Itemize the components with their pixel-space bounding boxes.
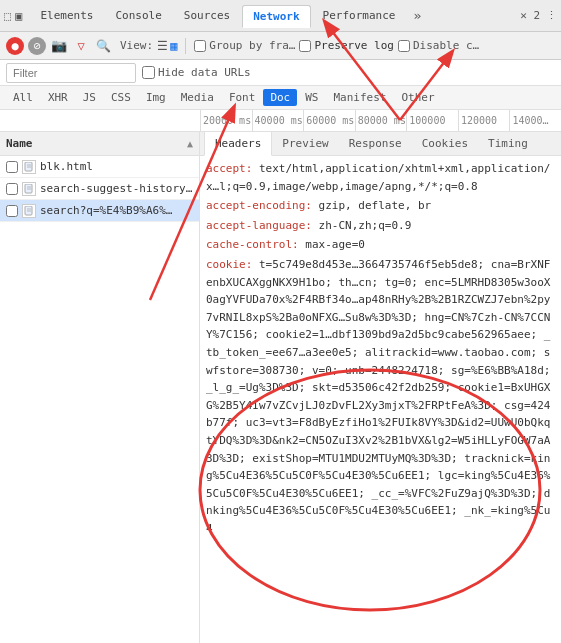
devtools-tab-bar: ⬚ ▣ Elements Console Sources Network Per… (0, 0, 561, 32)
file-icon (22, 182, 36, 196)
toolbar-separator (185, 38, 186, 54)
timeline-tick: 60000 ms (303, 110, 355, 132)
type-tab-css[interactable]: CSS (104, 89, 138, 106)
file-name: search-suggest-history-ifr… (40, 182, 193, 195)
view-label: View: (120, 39, 153, 52)
group-by-frame-label: Group by fra… (209, 39, 295, 52)
header-value: t=5c749e8d453e…3664735746f5eb5de8; cna=B… (206, 258, 550, 535)
timeline-tick: 120000 ms (458, 110, 510, 132)
detail-tab-headers[interactable]: Headers (204, 132, 272, 156)
file-checkbox[interactable] (6, 161, 18, 173)
header-entry: cookie: t=5c749e8d453e…3664735746f5eb5de… (206, 256, 555, 538)
devtools-window-icons: ⬚ ▣ (4, 9, 22, 23)
svg-rect-6 (25, 206, 32, 215)
type-tab-js[interactable]: JS (76, 89, 103, 106)
detail-tabs: HeadersPreviewResponseCookiesTiming (200, 132, 561, 156)
type-tab-other[interactable]: Other (394, 89, 441, 106)
hide-data-urls-checkbox[interactable]: Hide data URLs (142, 66, 251, 79)
file-checkbox[interactable] (6, 183, 18, 195)
header-key: accept: (206, 162, 252, 175)
header-key: cache-control: (206, 238, 299, 251)
name-panel: Name ▲ blk.html search-suggest-history-i… (0, 132, 200, 643)
name-items-list: blk.html search-suggest-history-ifr… sea… (0, 156, 199, 222)
header-value: gzip, deflate, br (312, 199, 431, 212)
tab-performance[interactable]: Performance (313, 5, 406, 26)
disable-cache-input[interactable] (398, 40, 410, 52)
settings-icon[interactable]: ⋮ (546, 9, 557, 22)
record-button[interactable]: ● (6, 37, 24, 55)
type-tab-media[interactable]: Media (174, 89, 221, 106)
preserve-log-checkbox[interactable]: Preserve log (299, 39, 393, 52)
detail-content: accept: text/html,application/xhtml+xml,… (200, 156, 561, 643)
error-count[interactable]: ✕ 2 (520, 9, 540, 22)
waterfall-view-icon[interactable]: ▦ (170, 39, 177, 53)
name-column-header[interactable]: Name ▲ (0, 132, 199, 156)
type-tab-all[interactable]: All (6, 89, 40, 106)
group-by-frame-input[interactable] (194, 40, 206, 52)
group-by-frame-checkbox[interactable]: Group by fra… (194, 39, 295, 52)
filter-icon: ▽ (77, 39, 84, 53)
disable-cache-checkbox[interactable]: Disable c… (398, 39, 479, 52)
tab-console[interactable]: Console (105, 5, 171, 26)
clear-icon: ⊘ (33, 39, 40, 53)
file-icon (22, 204, 36, 218)
hide-data-urls-input[interactable] (142, 66, 155, 79)
timeline-tick: 20000 ms (200, 110, 252, 132)
detail-tab-cookies[interactable]: Cookies (412, 132, 478, 156)
timeline-tick: 100000 ms (406, 110, 458, 132)
type-tab-doc[interactable]: Doc (263, 89, 297, 106)
timeline-ticks: 20000 ms40000 ms60000 ms80000 ms100000 m… (200, 110, 561, 132)
header-key: cookie: (206, 258, 252, 271)
header-value: max-age=0 (299, 238, 365, 251)
record-icon: ● (11, 39, 18, 53)
tab-network[interactable]: Network (242, 5, 310, 28)
svg-rect-0 (25, 162, 32, 171)
type-tab-img[interactable]: Img (139, 89, 173, 106)
tab-elements[interactable]: Elements (30, 5, 103, 26)
search-icon: 🔍 (96, 39, 111, 53)
undock-icon[interactable]: ⬚ (4, 9, 11, 23)
filter-icon-button[interactable]: ▽ (72, 37, 90, 55)
hide-data-urls-label: Hide data URLs (158, 66, 251, 79)
header-entry: accept-encoding: gzip, deflate, br (206, 197, 555, 215)
sort-icon[interactable]: ▲ (187, 138, 193, 149)
detail-tab-preview[interactable]: Preview (272, 132, 338, 156)
search-button[interactable]: 🔍 (94, 37, 112, 55)
tab-sources[interactable]: Sources (174, 5, 240, 26)
type-tab-xhr[interactable]: XHR (41, 89, 75, 106)
screenshot-button[interactable]: 📷 (50, 37, 68, 55)
list-item[interactable]: blk.html (0, 156, 199, 178)
type-tab-ws[interactable]: WS (298, 89, 325, 106)
preserve-log-input[interactable] (299, 40, 311, 52)
detail-tab-response[interactable]: Response (339, 132, 412, 156)
header-entry: cache-control: max-age=0 (206, 236, 555, 254)
clear-button[interactable]: ⊘ (28, 37, 46, 55)
type-tab-manifest[interactable]: Manifest (327, 89, 394, 106)
list-item[interactable]: search-suggest-history-ifr… (0, 178, 199, 200)
main-content-area: Name ▲ blk.html search-suggest-history-i… (0, 132, 561, 643)
more-tabs-button[interactable]: » (407, 6, 427, 25)
type-tab-font[interactable]: Font (222, 89, 263, 106)
file-name: blk.html (40, 160, 93, 173)
header-entry: accept: text/html,application/xhtml+xml,… (206, 160, 555, 195)
name-column-label: Name (6, 137, 33, 150)
timeline-tick: 14000… (509, 110, 561, 132)
header-value: zh-CN,zh;q=0.9 (312, 219, 411, 232)
header-value: text/html,application/xhtml+xml,applicat… (206, 162, 550, 193)
timeline-tick: 40000 ms (252, 110, 304, 132)
disable-cache-label: Disable c… (413, 39, 479, 52)
preserve-log-label: Preserve log (314, 39, 393, 52)
file-checkbox[interactable] (6, 205, 18, 217)
camera-icon: 📷 (51, 38, 67, 53)
timeline-tick: 80000 ms (355, 110, 407, 132)
detail-tab-timing[interactable]: Timing (478, 132, 538, 156)
dock-icon[interactable]: ▣ (15, 9, 22, 23)
filter-input[interactable] (6, 63, 136, 83)
devtools-controls: ✕ 2 ⋮ (520, 9, 557, 22)
header-entry: accept-language: zh-CN,zh;q=0.9 (206, 217, 555, 235)
list-item[interactable]: search?q=%E4%B9%A6%… (0, 200, 199, 222)
list-view-icon[interactable]: ☰ (157, 39, 168, 53)
file-name: search?q=%E4%B9%A6%… (40, 204, 172, 217)
view-toggle: ☰ ▦ (157, 39, 177, 53)
file-icon (22, 160, 36, 174)
